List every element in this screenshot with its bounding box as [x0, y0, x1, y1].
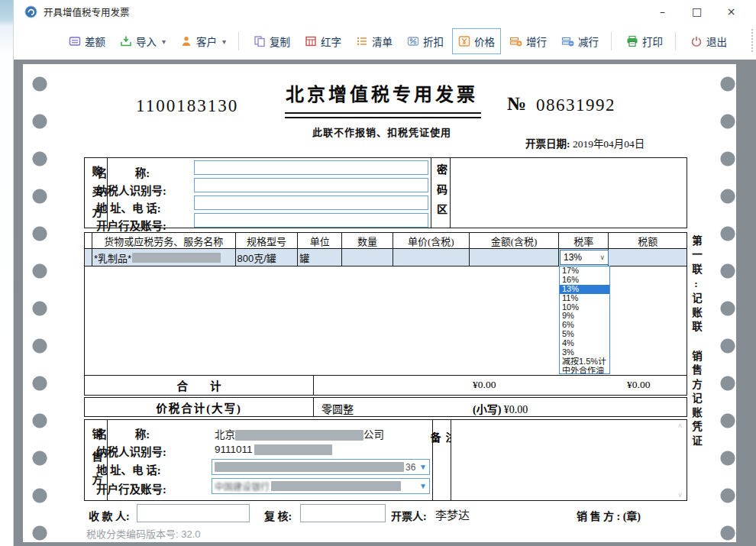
- col-header-qty: 数量: [342, 233, 393, 249]
- import-icon: [120, 35, 132, 47]
- difference-button[interactable]: 差额: [63, 28, 111, 54]
- invoice-date-label: 开票日期:: [525, 138, 570, 150]
- cell-price[interactable]: [393, 249, 470, 267]
- tax-rate-option[interactable]: 6%: [560, 321, 609, 330]
- tax-rate-option[interactable]: 9%: [560, 312, 609, 321]
- invoice-subtitle: 此联不作报销、扣税凭证使用: [271, 124, 493, 139]
- seller-taxid-label: 纳税人识别号:: [96, 443, 166, 459]
- add-row-button[interactable]: 增行: [503, 28, 553, 54]
- title-double-rule: [285, 112, 481, 118]
- scroll-up-icon[interactable]: ∧: [677, 422, 683, 429]
- window-title: 开具增值税专用发票: [44, 5, 130, 19]
- buyer-section: 购买方 名 称: 纳税人识别号: 地 址、电 话: 开户行及账号: 密码区: [84, 157, 687, 228]
- seller-taxid-value: 9111011: [215, 444, 332, 455]
- col-header-rate: 税率: [559, 233, 609, 249]
- buyer-address-input[interactable]: [194, 195, 428, 210]
- seller-section: 销售方 名 称: 纳税人识别号: 地 址、电 话: 开户行及账号: 北京公司 9…: [84, 419, 687, 501]
- redacted-seller-taxid: [254, 444, 332, 455]
- redacted-goods-name: [132, 253, 221, 263]
- chevron-down-icon[interactable]: ∨: [599, 254, 605, 261]
- tax-rate-option[interactable]: 13%: [560, 285, 609, 294]
- maximize-button[interactable]: □: [680, 1, 714, 22]
- customer-button[interactable]: 客户: [174, 28, 232, 54]
- tax-rate-option[interactable]: 减按1.5%计: [560, 357, 609, 367]
- tractor-holes-right: [717, 67, 738, 542]
- button-label: 退出: [706, 34, 727, 49]
- cell-amount[interactable]: [470, 249, 560, 267]
- app-window: 开具增值税专用发票 – □ × 差额 导入: [0, 0, 756, 546]
- print-icon: [626, 35, 638, 47]
- buyer-bank-input[interactable]: [194, 213, 428, 228]
- tax-rate-dropdown[interactable]: 17%16%13%11%10%9%6%5%4%3%减按1.5%计中外合作油: [559, 266, 610, 374]
- tax-rate-option[interactable]: 中外合作油: [560, 367, 609, 374]
- redacted-seller-name: [235, 430, 363, 441]
- tax-rate-option[interactable]: 5%: [560, 330, 609, 339]
- close-button[interactable]: ×: [714, 1, 748, 22]
- tax-rate-option[interactable]: 17%: [560, 267, 609, 276]
- item-list-button[interactable]: 清单: [350, 28, 399, 54]
- toolbar-separator: [675, 32, 676, 50]
- dropdown-arrow-icon[interactable]: ▼: [419, 482, 427, 490]
- cell-spec[interactable]: 800克/罐: [236, 249, 299, 267]
- desktop-edge: [0, 0, 14, 546]
- button-label: 价格: [474, 34, 495, 49]
- grand-total-label: 价税合计(大写): [85, 398, 314, 416]
- table-header-row: 货物或应税劳务、服务名称 规格型号 单位 数量 单价(含税) 金额(含税) 税率…: [85, 233, 687, 249]
- discount-icon: [407, 35, 419, 47]
- tractor-holes-left: [29, 67, 50, 542]
- grand-total-row: 价税合计(大写) 零圆整 (小写) ¥0.00: [84, 397, 687, 417]
- buyer-taxid-input[interactable]: [194, 178, 428, 192]
- delete-row-button[interactable]: 减行: [555, 28, 605, 54]
- minimize-button[interactable]: –: [645, 1, 680, 22]
- button-label: 折扣: [423, 34, 444, 49]
- buyer-address-label: 地 址、电 话:: [96, 199, 161, 215]
- row-selector[interactable]: [85, 249, 92, 267]
- toolbar-gripper: [751, 29, 754, 52]
- invoice-date: 开票日期: 2019年04月04日: [525, 135, 645, 150]
- discount-button[interactable]: 折扣: [401, 28, 450, 54]
- remarks-area[interactable]: ∧ ∨: [451, 420, 687, 500]
- button-label: 差额: [85, 34, 105, 49]
- reviewer-input[interactable]: [300, 504, 386, 522]
- invoice-number-symbol: №: [507, 93, 526, 115]
- list-icon: [356, 35, 368, 47]
- seller-bank-combo[interactable]: 中国建设银行 ▼: [212, 478, 430, 494]
- seller-address-suffix: 36: [405, 462, 415, 473]
- remarks-scrollbar[interactable]: ∧ ∨: [675, 422, 685, 499]
- totals-row: 合 计 ¥0.00 ¥0.00: [85, 375, 687, 395]
- cell-unit[interactable]: 罐: [298, 249, 342, 267]
- seller-address-combo[interactable]: 36 ▼: [212, 459, 430, 475]
- cell-tax[interactable]: [609, 249, 687, 267]
- totals-amount: ¥0.00: [473, 379, 496, 391]
- delete-row-icon: [561, 35, 574, 47]
- copy-invoice-button[interactable]: 复制: [247, 28, 296, 54]
- amount-in-words: 零圆整: [321, 401, 354, 416]
- toolbar-separator: [238, 32, 239, 50]
- scroll-down-icon[interactable]: ∨: [677, 491, 683, 499]
- exit-power-icon: [690, 35, 703, 47]
- totals-label: 合 计: [85, 376, 314, 395]
- price-button[interactable]: 价格: [452, 28, 501, 54]
- tax-rate-option[interactable]: 10%: [560, 303, 609, 312]
- tax-rate-select[interactable]: 13% ∨: [560, 250, 609, 265]
- red-letter-button[interactable]: 红字: [299, 28, 347, 54]
- tax-rate-option[interactable]: 3%: [560, 348, 609, 357]
- tax-rate-option[interactable]: 11%: [560, 294, 609, 303]
- tax-rate-option[interactable]: 16%: [560, 276, 609, 285]
- invoice-title: 北京增值税专用发票: [271, 79, 493, 106]
- import-button[interactable]: 导入: [114, 28, 172, 54]
- payee-input[interactable]: [137, 504, 250, 522]
- cell-qty[interactable]: [342, 249, 393, 267]
- dropdown-arrow-icon[interactable]: ▼: [419, 463, 427, 471]
- cell-goods-name[interactable]: *乳制品*: [92, 249, 236, 267]
- buyer-name-input[interactable]: [194, 160, 428, 175]
- tax-rate-option[interactable]: 4%: [560, 339, 609, 348]
- toolbar: 差额 导入 客户 复制: [14, 23, 756, 60]
- redacted-seller-bank: [271, 481, 401, 491]
- invoice-stub-code: 1100183130: [136, 96, 238, 116]
- exit-button[interactable]: 退出: [684, 28, 733, 54]
- button-label: 复制: [270, 34, 290, 49]
- button-label: 导入: [136, 34, 157, 49]
- print-button[interactable]: 打印: [620, 28, 669, 54]
- col-header-spec: 规格型号: [236, 233, 299, 249]
